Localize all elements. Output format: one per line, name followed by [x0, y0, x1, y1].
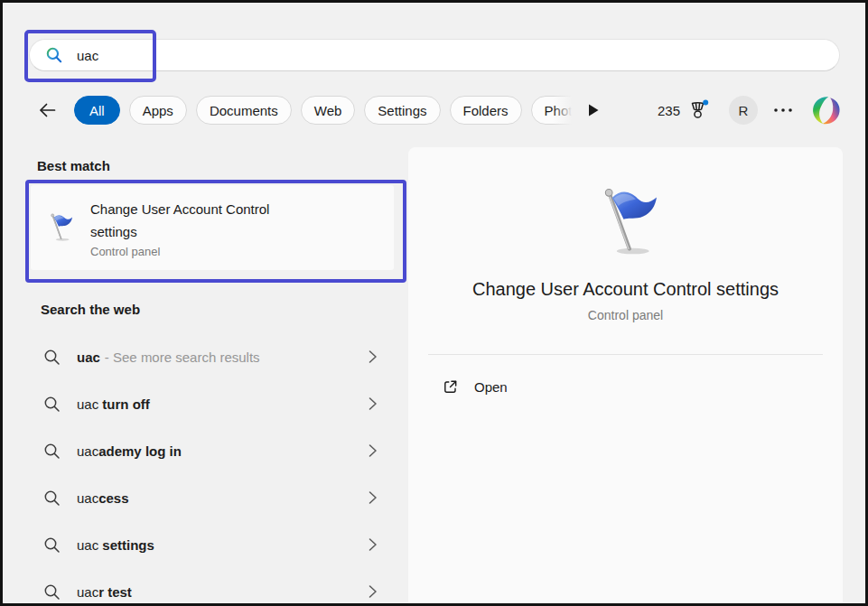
tab-apps[interactable]: Apps: [129, 96, 187, 125]
tab-all[interactable]: All: [74, 96, 120, 125]
search-glyph-icon: [43, 396, 61, 413]
avatar[interactable]: R: [729, 96, 758, 125]
suggestion-text: uac turn off: [77, 396, 150, 412]
suggestion-text: uac- See more search results: [77, 350, 260, 365]
detail-divider: [428, 354, 823, 355]
best-match-title-line2: settings: [90, 220, 269, 243]
suggestion-row-uac-turn-off[interactable]: uac turn off: [25, 380, 401, 427]
best-match-subtitle: Control panel: [90, 245, 269, 258]
best-match-result[interactable]: Change User Account Control settings Con…: [31, 185, 394, 270]
suggestion-row-uaccess[interactable]: uaccess: [25, 474, 401, 521]
chevron-right-icon: [368, 396, 378, 411]
uac-flag-icon-large: [586, 185, 666, 259]
search-glyph-icon: [43, 489, 61, 507]
tab-web-label: Web: [314, 103, 342, 118]
suggestion-row-uac-settings[interactable]: uac settings: [25, 521, 401, 568]
open-action[interactable]: Open: [408, 369, 843, 404]
rewards-trophy-icon: [688, 98, 710, 122]
chevron-right-icon: [368, 490, 378, 505]
tab-folders-label: Folders: [463, 103, 509, 118]
tab-photos-clipped[interactable]: Photos: [531, 96, 574, 125]
search-icon: [45, 46, 63, 64]
tab-settings[interactable]: Settings: [364, 96, 440, 125]
tabs-scroll-right-icon[interactable]: [587, 103, 600, 117]
suggestion-text: uacr test: [77, 584, 132, 600]
chevron-right-icon: [368, 443, 378, 458]
tab-folders[interactable]: Folders: [450, 96, 522, 125]
chevron-right-icon: [368, 584, 378, 599]
search-glyph-icon: [43, 443, 61, 460]
back-arrow-icon[interactable]: [37, 99, 59, 121]
windows-search-window: uac All Apps Documents Web Settings Fold…: [0, 0, 868, 606]
rewards-button[interactable]: 235: [658, 98, 710, 122]
tab-documents-label: Documents: [210, 103, 278, 118]
copilot-icon[interactable]: [810, 95, 842, 126]
best-match-header: Best match: [37, 158, 110, 173]
search-glyph-icon: [43, 536, 61, 554]
search-glyph-icon: [43, 583, 61, 601]
search-input[interactable]: uac: [29, 39, 840, 71]
suggestion-row-uacr-test[interactable]: uacr test: [25, 568, 401, 606]
best-match-text: Change User Account Control settings Con…: [90, 198, 269, 258]
web-suggestion-list: uac- See more search results uac turn of…: [25, 333, 401, 606]
tab-all-label: All: [89, 103, 105, 118]
tab-photos[interactable]: Photos: [531, 96, 574, 125]
rewards-points: 235: [658, 103, 680, 118]
uac-flag-icon: [44, 212, 75, 243]
detail-title: Change User Account Control settings: [472, 279, 779, 300]
tab-photos-label: Photos: [545, 103, 574, 118]
avatar-initial: R: [739, 103, 749, 118]
account-cluster: 235 R: [658, 95, 842, 126]
tab-documents[interactable]: Documents: [196, 96, 292, 125]
best-match-title-line1: Change User Account Control: [90, 198, 269, 220]
more-options-icon[interactable]: [771, 99, 795, 121]
filter-tabs: All Apps Documents Web Settings Folders …: [37, 95, 600, 126]
search-glyph-icon: [43, 349, 61, 366]
chevron-right-icon: [368, 350, 378, 364]
suggestion-row-see-more[interactable]: uac- See more search results: [25, 333, 401, 380]
search-input-value: uac: [77, 48, 98, 63]
result-detail-panel: Change User Account Control settings Con…: [408, 147, 843, 603]
suggestion-row-uacademy-log-in[interactable]: uacademy log in: [25, 427, 401, 474]
suggestion-text: uaccess: [77, 490, 129, 506]
suggestion-text: uacademy log in: [77, 443, 182, 459]
detail-subtitle: Control panel: [588, 308, 663, 322]
tab-web[interactable]: Web: [301, 96, 356, 125]
open-label: Open: [474, 379, 508, 395]
tab-apps-label: Apps: [143, 103, 173, 118]
open-external-icon: [442, 378, 459, 396]
suggestion-text: uac settings: [77, 537, 154, 553]
tab-settings-label: Settings: [378, 103, 426, 118]
search-the-web-header: Search the web: [41, 302, 140, 317]
chevron-right-icon: [368, 537, 378, 552]
